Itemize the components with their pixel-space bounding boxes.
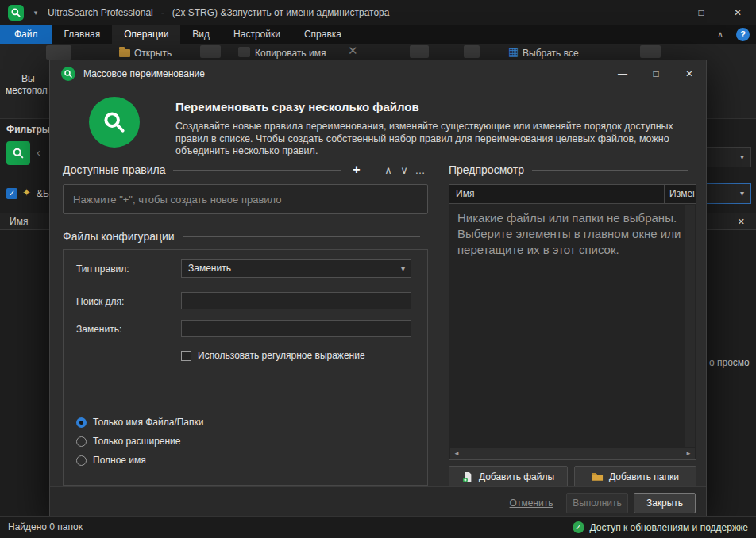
clear-selection-icon[interactable]: ✕ bbox=[348, 44, 358, 57]
search-button[interactable] bbox=[6, 141, 30, 165]
scroll-left-icon[interactable]: ◄ bbox=[450, 450, 463, 457]
tab-view[interactable]: Вид bbox=[180, 25, 222, 44]
filters-label: Фильтры bbox=[6, 124, 50, 135]
rule-type-select[interactable]: Заменить ▾ bbox=[181, 259, 411, 278]
execute-button[interactable]: Выполнить bbox=[566, 493, 628, 513]
name-column-header[interactable]: Имя bbox=[10, 213, 28, 230]
open-icon bbox=[119, 49, 130, 57]
section-divider bbox=[173, 170, 341, 171]
rule-type-label: Тип правил: bbox=[76, 263, 129, 275]
copy-name-icon bbox=[238, 47, 250, 57]
scope-extension-option[interactable]: Только расширение bbox=[76, 436, 180, 447]
status-found-label: Найдено 0 папок bbox=[8, 517, 83, 538]
rename-hero-icon bbox=[89, 97, 140, 148]
close-button[interactable]: ✕ bbox=[719, 0, 756, 25]
scope-name-label: Только имя Файла/Папки bbox=[93, 417, 204, 428]
search-for-label: Поиск для: bbox=[76, 296, 124, 307]
update-check-icon: ✓ bbox=[573, 521, 584, 533]
scope-name-option[interactable]: Только имя Файла/Папки bbox=[76, 417, 204, 428]
move-rule-up-icon[interactable]: ∧ bbox=[380, 164, 396, 176]
chevron-down-icon[interactable]: ▾ bbox=[740, 148, 744, 167]
preview-empty-text: Никакие файлы или папки не выбраны. Выбе… bbox=[457, 210, 681, 258]
add-files-button[interactable]: Добавить файлы bbox=[449, 466, 568, 487]
add-file-icon bbox=[462, 471, 473, 482]
quick-access-chevron-icon[interactable]: ▾ bbox=[29, 0, 43, 25]
rule-config-panel: Тип правил: Заменить ▾ Поиск для: Замени… bbox=[63, 249, 428, 486]
collapse-ribbon-icon[interactable]: ∧ bbox=[712, 25, 729, 44]
more-options-icon[interactable]: … bbox=[412, 164, 428, 176]
scope-fullname-radio[interactable] bbox=[76, 455, 87, 466]
rules-section-title: Доступные правила bbox=[63, 163, 165, 176]
replace-input[interactable] bbox=[181, 320, 411, 337]
preview-name-column[interactable]: Имя bbox=[449, 185, 664, 203]
preview-horizontal-scrollbar[interactable]: ◄ ► bbox=[450, 448, 695, 459]
window-title: UltraSearch Professional - (2x STRG) &За… bbox=[48, 0, 389, 25]
collapse-panel-icon[interactable]: ‹ bbox=[37, 145, 40, 159]
add-folders-label: Добавить папки bbox=[609, 471, 679, 482]
scope-fullname-option[interactable]: Полное имя bbox=[76, 455, 146, 466]
chevron-down-icon[interactable]: ▾ bbox=[740, 184, 744, 203]
select-all-button[interactable]: Выбрать все bbox=[523, 47, 579, 60]
dialog-maximize-button[interactable]: □ bbox=[639, 60, 673, 87]
rename-icon[interactable] bbox=[200, 45, 221, 58]
dialog-logo-icon bbox=[61, 67, 75, 81]
section-divider bbox=[532, 170, 688, 171]
preview-section-title: Предпросмотр bbox=[449, 163, 524, 176]
cancel-button[interactable]: Отменить bbox=[501, 494, 561, 513]
regex-option[interactable]: Использовать регулярное выражение bbox=[181, 350, 365, 361]
filter-checkbox[interactable]: ✓ bbox=[6, 188, 17, 199]
select-all-icon: ▦ bbox=[508, 45, 519, 58]
app-window: ▾ UltraSearch Professional - (2x STRG) &… bbox=[0, 0, 756, 538]
add-folders-button[interactable]: Добавить папки bbox=[574, 466, 696, 487]
scope-name-radio[interactable] bbox=[76, 417, 87, 428]
select-location-icon bbox=[46, 45, 71, 60]
regex-checkbox[interactable] bbox=[181, 351, 191, 361]
config-section-title: Файлы конфигурации bbox=[63, 230, 175, 243]
scope-extension-radio[interactable] bbox=[76, 436, 87, 447]
tab-file[interactable]: Файл bbox=[0, 25, 52, 44]
dialog-minimize-button[interactable]: — bbox=[606, 60, 639, 87]
move-rule-down-icon[interactable]: ∨ bbox=[396, 164, 412, 176]
select-location-label-line2: местопол bbox=[6, 84, 48, 97]
dialog-description: Создавайте новые правила переименования,… bbox=[176, 121, 693, 158]
open-button[interactable]: Открыть bbox=[134, 47, 172, 60]
new-rule-input[interactable] bbox=[63, 184, 428, 214]
sparkle-icon: ✦ bbox=[22, 186, 31, 198]
add-rule-icon[interactable]: + bbox=[349, 163, 364, 177]
ribbon-icon-1[interactable] bbox=[410, 45, 429, 58]
preview-section-header: Предпросмотр bbox=[449, 162, 696, 178]
dialog-close-button[interactable]: ✕ bbox=[673, 60, 706, 87]
preview-vertical-scrollbar[interactable] bbox=[685, 205, 695, 447]
preview-changed-column[interactable]: Измен bbox=[664, 185, 696, 203]
ribbon-icon-2[interactable] bbox=[464, 45, 480, 58]
minimize-button[interactable]: — bbox=[646, 0, 683, 25]
add-folder-icon bbox=[592, 471, 604, 482]
updates-support-link[interactable]: Доступ к обновлениям и поддержке bbox=[590, 522, 748, 533]
preview-table[interactable]: Имя Измен Никакие файлы или папки не выб… bbox=[449, 184, 696, 460]
tab-operations[interactable]: Операции bbox=[112, 25, 180, 44]
titlebar: ▾ UltraSearch Professional - (2x STRG) &… bbox=[0, 0, 756, 25]
ribbon-icon-3[interactable] bbox=[640, 45, 661, 58]
close-panel-icon[interactable]: ✕ bbox=[738, 213, 745, 230]
copy-name-button[interactable]: Копировать имя bbox=[255, 47, 326, 60]
add-files-label: Добавить файлы bbox=[479, 471, 554, 482]
section-divider bbox=[183, 236, 420, 237]
scroll-right-icon[interactable]: ► bbox=[682, 450, 695, 457]
replace-label: Заменить: bbox=[76, 324, 122, 335]
scope-extension-label: Только расширение bbox=[93, 436, 180, 447]
search-for-input[interactable] bbox=[181, 292, 411, 309]
help-icon[interactable]: ? bbox=[736, 28, 750, 41]
rules-section-header: Доступные правила + – ∧ ∨ … bbox=[63, 162, 428, 178]
chevron-down-icon: ▾ bbox=[401, 260, 405, 277]
menubar: Файл Главная Операции Вид Настройки Спра… bbox=[0, 25, 756, 44]
maximize-button[interactable]: □ bbox=[683, 0, 719, 25]
select-location-label-line1[interactable]: Вы bbox=[21, 72, 35, 85]
remove-rule-icon[interactable]: – bbox=[364, 164, 380, 176]
filter-checkbox-label: &Б bbox=[37, 188, 49, 199]
tab-help[interactable]: Справка bbox=[292, 25, 353, 44]
tab-home[interactable]: Главная bbox=[52, 25, 113, 44]
close-dialog-button[interactable]: Закрыть bbox=[634, 493, 696, 513]
app-logo-icon bbox=[8, 5, 24, 21]
regex-label: Использовать регулярное выражение bbox=[198, 350, 365, 361]
tab-settings[interactable]: Настройки bbox=[222, 25, 292, 44]
